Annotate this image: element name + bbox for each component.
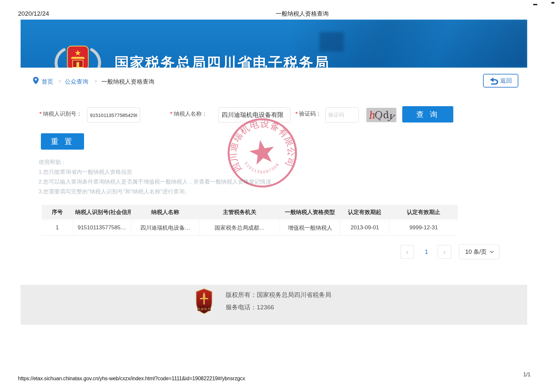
required-mark: * — [39, 110, 42, 118]
company-seal: 四川迪瑞机电设备有限公司 5101135097309 — [226, 116, 299, 189]
seal-star — [248, 138, 276, 165]
government-badge: 党政机关 — [196, 288, 213, 314]
results-table: 序号 纳税人识别号(社会信用 纳税人名称 主管税务机关 一般纳税人资格类型 认定… — [42, 205, 458, 236]
cell-valid-from: 2013-09-01 — [340, 220, 389, 235]
seal-number: 5101135097309 — [243, 155, 282, 178]
print-page-indicator: 1/1 — [523, 372, 530, 378]
required-mark: * — [170, 110, 172, 118]
back-button[interactable]: 返回 — [483, 74, 518, 88]
cell-taxpayer-name: 四川迪瑞机电设备… — [131, 220, 199, 235]
captcha-char: y — [388, 110, 395, 122]
print-page-title: 一般纳税人资格查询 — [276, 10, 329, 18]
cell-taxpayer-id: 91510113577585… — [73, 220, 131, 235]
reset-button[interactable]: 重 置 — [41, 133, 84, 150]
site-title: 国家税务总局四川省电子税务局 — [114, 53, 330, 68]
col-header-taxpayer-name: 纳税人名称 — [131, 205, 199, 219]
back-button-label: 返回 — [500, 77, 512, 85]
page-size-select[interactable]: 10 条/页 — [459, 244, 499, 259]
copyright-text: 版权所有：国家税务总局四川省税务局 — [226, 291, 331, 299]
captcha-field: * 验证码： — [295, 110, 321, 118]
col-header-taxpayer-id: 纳税人识别号(社会信用 — [73, 205, 131, 219]
page: 2020/12/24 一般纳税人资格查询 国家税务总局四川省电子税务局 ★ 中国… — [0, 0, 555, 392]
tax-emblem-logo: ★ — [52, 44, 104, 68]
captcha-image[interactable]: h Q d y — [366, 108, 396, 122]
scan-artifact — [551, 2, 554, 4]
svg-text:★: ★ — [74, 48, 81, 57]
page-size-label: 10 条/页 — [465, 248, 487, 256]
cell-valid-to: 9999-12-31 — [389, 220, 458, 235]
query-button[interactable]: 查 询 — [402, 106, 453, 122]
chevron-down-icon — [490, 249, 494, 253]
col-header-valid-to: 认定有效期止 — [389, 205, 458, 219]
breadcrumb-current: 一般纳税人资格查询 — [101, 78, 154, 86]
taxpayer-id-label: 纳税人识别号： — [43, 110, 82, 118]
breadcrumb-home[interactable]: 首页 — [42, 78, 53, 86]
taxpayer-name-field: * 纳税人名称： — [170, 110, 207, 118]
col-header-tax-authority: 主管税务机关 — [199, 205, 280, 219]
location-pin-icon — [33, 77, 39, 84]
badge-label: 党政机关 — [197, 307, 211, 311]
captcha-label: 验证码： — [299, 110, 321, 118]
cell-qualification-type: 增值税一般纳税人 — [280, 220, 340, 235]
captcha-char: Q — [374, 109, 384, 122]
table-row: 1 91510113577585… 四川迪瑞机电设备… 国家税务总局成都… 增值… — [42, 220, 458, 236]
prev-page-button[interactable]: ‹ — [400, 245, 414, 259]
captcha-input[interactable] — [325, 107, 359, 122]
breadcrumb-public-query[interactable]: 公众查询 — [65, 78, 88, 86]
taxpayer-id-field: * 纳税人识别号： — [39, 110, 82, 118]
back-arrow-icon — [490, 77, 498, 85]
great-wall-tower — [320, 32, 344, 52]
taxpayer-id-input[interactable] — [87, 107, 140, 122]
breadcrumb-separator: > — [94, 78, 97, 84]
breadcrumb-separator: > — [58, 78, 61, 84]
next-page-button[interactable]: › — [438, 245, 451, 259]
taxpayer-name-label: 纳税人名称： — [174, 110, 207, 118]
col-header-index: 序号 — [42, 205, 73, 219]
print-url: https://etax.sichuan.chinatax.gov.cn/yhs… — [18, 376, 245, 382]
cell-tax-authority: 国家税务总局成都… — [199, 220, 280, 235]
scan-artifact — [533, 4, 537, 5]
print-date: 2020/12/24 — [18, 10, 49, 17]
col-header-qualification-type: 一般纳税人资格类型 — [280, 205, 340, 219]
current-page[interactable]: 1 — [422, 245, 431, 259]
table-header-row: 序号 纳税人识别号(社会信用 纳税人名称 主管税务机关 一般纳税人资格类型 认定… — [42, 205, 458, 219]
service-phone: 服务电话：12366 — [226, 303, 274, 312]
site-banner: 国家税务总局四川省电子税务局 ★ 中国税务 — [21, 20, 527, 68]
svg-text:5101135097309: 5101135097309 — [243, 155, 282, 178]
col-header-valid-from: 认定有效期起 — [340, 205, 389, 219]
cell-index: 1 — [42, 220, 73, 235]
